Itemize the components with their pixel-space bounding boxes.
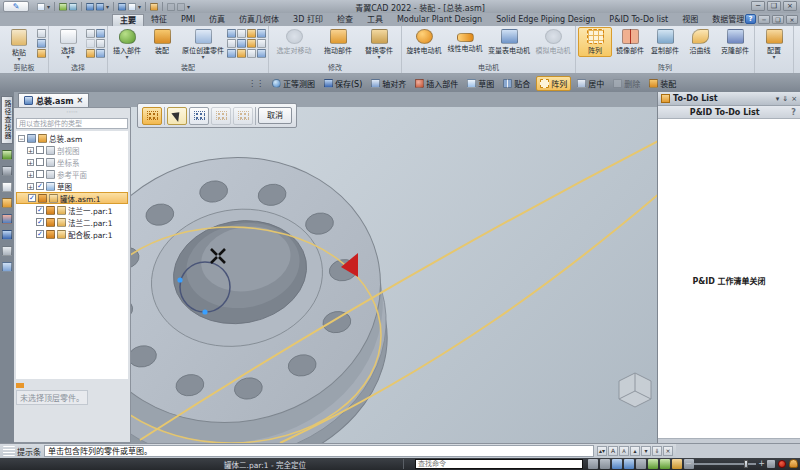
tree-item-reference-planes[interactable]: + 参考平面 — [16, 168, 128, 180]
zoom-in-icon[interactable]: + — [758, 459, 765, 468]
tree-item-flange-2[interactable]: ✓ 法兰二.par:1 — [16, 216, 128, 228]
format-painter-icon[interactable] — [37, 49, 46, 58]
pmi-panel-icon[interactable] — [2, 262, 12, 272]
expand-down-icon[interactable]: ▾ — [641, 446, 651, 456]
font-increase-icon[interactable]: A — [608, 446, 618, 456]
minimize-button[interactable]: ─ — [751, 1, 765, 11]
help-panel-icon[interactable] — [2, 230, 12, 240]
restore-button[interactable]: ❑ — [767, 1, 781, 11]
cut-icon[interactable] — [37, 29, 46, 38]
zoom-slider[interactable]: − + — [694, 463, 756, 465]
quick-pattern-button[interactable]: 阵列 — [536, 76, 571, 91]
tree-item-root[interactable]: − 总装.asm — [16, 132, 128, 144]
pin-icon[interactable]: ⇓ — [652, 446, 662, 456]
checkbox[interactable]: ✓ — [36, 206, 44, 214]
relate-icon[interactable] — [247, 29, 256, 38]
relate-icon[interactable] — [237, 29, 246, 38]
style-icon[interactable] — [150, 3, 158, 11]
checkbox[interactable]: ✓ — [36, 230, 44, 238]
record-icon[interactable] — [778, 460, 786, 468]
fit-view-icon[interactable] — [600, 459, 610, 469]
tab-close-icon[interactable]: × — [77, 96, 84, 105]
mirror-components-button[interactable]: 镜像部件 — [613, 27, 647, 57]
relate-icon[interactable] — [227, 49, 236, 58]
quick-axis-align-button[interactable]: 轴对齐 — [368, 77, 409, 90]
tab-sim-geometry[interactable]: 仿真几何体 — [232, 14, 286, 26]
ribbon-close-button[interactable]: × — [786, 15, 798, 24]
import-icon[interactable] — [69, 3, 77, 11]
relate-icon[interactable] — [257, 49, 266, 58]
tab-main[interactable]: 主要 — [112, 14, 144, 26]
expand-toggle[interactable]: − — [18, 135, 25, 142]
undo-icon[interactable] — [167, 3, 175, 11]
insert-part-button[interactable]: 插入部件 — [110, 27, 144, 61]
select-parts-button[interactable] — [167, 107, 187, 125]
tab-simulation[interactable]: 仿真 — [202, 14, 232, 26]
variable-table-motor-button[interactable]: 变量表电动机 — [486, 27, 532, 57]
zoom-area-icon[interactable] — [612, 459, 622, 469]
handle-point[interactable] — [177, 277, 182, 282]
tab-features[interactable]: 特征 — [144, 14, 174, 26]
checkbox[interactable]: ✓ — [36, 182, 44, 190]
select-option-icon[interactable] — [86, 29, 95, 38]
quick-iso-view-button[interactable]: 正等测图 — [269, 77, 318, 90]
drag-component-button[interactable]: 拖动部件 — [318, 27, 358, 57]
select-option-icon[interactable] — [86, 39, 95, 48]
quick-center-button[interactable]: 居中 — [574, 77, 607, 90]
pattern-step-button[interactable] — [142, 107, 162, 125]
select-option-icon[interactable] — [96, 39, 105, 48]
relate-icon[interactable] — [237, 39, 246, 48]
prompt-close-icon[interactable]: × — [663, 446, 673, 456]
copy-icon[interactable] — [37, 39, 46, 48]
along-curve-button[interactable]: 沿曲线 — [683, 27, 717, 57]
relate-icon[interactable] — [247, 39, 256, 48]
tab-pmi[interactable]: PMI — [174, 14, 202, 26]
tab-tools[interactable]: 工具 — [360, 14, 390, 26]
cancel-button[interactable]: 取消 — [258, 107, 292, 124]
tree-item-flange-1[interactable]: ✓ 法兰一.par:1 — [16, 204, 128, 216]
relate-icon[interactable] — [237, 49, 246, 58]
checkbox[interactable] — [36, 158, 44, 166]
component-filter-combo[interactable]: 用以查找部件的类型 — [16, 118, 128, 129]
linear-motor-button[interactable]: 线性电动机 — [445, 27, 485, 55]
quick-delete-button[interactable]: 删除 — [610, 77, 643, 90]
replace-part-button[interactable]: 替换零件 — [359, 27, 399, 61]
view-triad-cube[interactable] — [619, 373, 651, 407]
pattern-type-button[interactable] — [211, 107, 231, 125]
relate-icon[interactable] — [227, 29, 236, 38]
relate-icon[interactable] — [257, 39, 266, 48]
quick-insert-part-button[interactable]: 插入部件 — [412, 77, 461, 90]
expand-up-icon[interactable]: ▴ — [630, 446, 640, 456]
new-dropdown-icon[interactable]: ▾ — [47, 3, 50, 10]
clone-components-button[interactable]: 克隆部件 — [718, 27, 752, 57]
tab-se-piping-design[interactable]: Solid Edge Piping Design — [489, 14, 602, 26]
select-option-icon[interactable] — [86, 49, 95, 58]
pattern-type-button[interactable] — [189, 107, 209, 125]
tree-item-sketches[interactable]: + ✓ 草图 — [16, 180, 128, 192]
save-as-icon[interactable] — [96, 3, 104, 11]
redo-icon[interactable] — [177, 3, 185, 11]
move-selected-button[interactable]: 选定对移动 — [271, 27, 317, 57]
pathfinder-dock-tab[interactable]: 路径查找器 — [1, 96, 13, 144]
print-dropdown-icon[interactable]: ▾ — [138, 3, 141, 10]
select-tool-icon[interactable] — [588, 459, 598, 469]
panel-pin-icon[interactable]: ⇓ — [782, 95, 788, 103]
selection-tools-icon[interactable] — [2, 246, 12, 256]
select-option-icon[interactable] — [96, 49, 105, 58]
library-icon[interactable] — [2, 150, 12, 160]
color-manager-icon[interactable] — [2, 214, 12, 224]
pattern-type-button[interactable] — [233, 107, 253, 125]
paste-button[interactable]: 粘贴 — [2, 27, 36, 63]
3d-viewport[interactable] — [131, 107, 657, 443]
quick-mate-button[interactable]: 贴合 — [500, 77, 533, 90]
view-styles-icon[interactable] — [672, 459, 682, 469]
handle-point[interactable] — [202, 309, 207, 314]
panel-menu-icon[interactable]: ▾ — [776, 95, 780, 103]
open-icon[interactable] — [59, 3, 67, 11]
panel-grip[interactable]: ······ — [14, 108, 130, 118]
prompt-bar-icon[interactable] — [3, 446, 15, 456]
pattern-button[interactable]: 阵列 — [578, 27, 612, 57]
expand-toggle[interactable]: + — [27, 159, 34, 166]
close-button[interactable]: × — [783, 1, 797, 11]
mode-button[interactable]: 模式 — [796, 27, 800, 61]
